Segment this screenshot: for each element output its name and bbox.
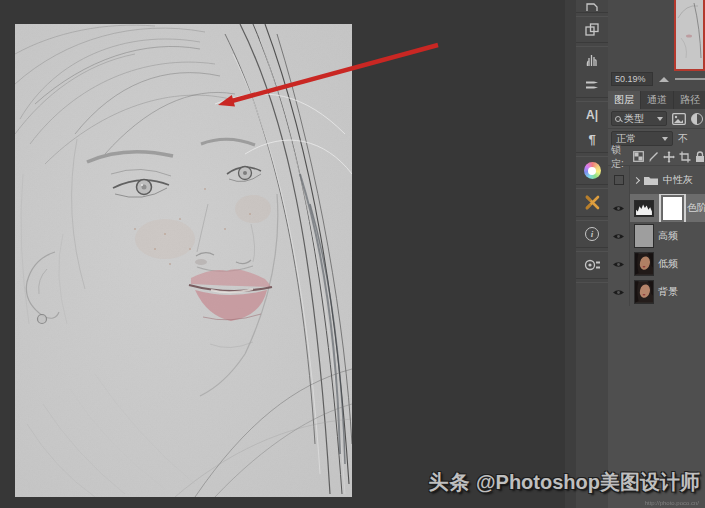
adjustment-filter-icon[interactable] (691, 113, 703, 125)
canvas-area (0, 0, 565, 508)
layer-row-group[interactable]: 中性灰 (608, 166, 705, 194)
layer-list: 中性灰 色阶 (608, 166, 705, 306)
watermark: 头条 @Photoshop美图设计师 (429, 469, 701, 496)
visibility-toggle[interactable] (608, 194, 630, 222)
panel-stack: 50.19% 图层 通道 路径 动作 类型 正常 (608, 0, 705, 508)
eye-icon (612, 232, 625, 241)
visibility-toggle[interactable] (608, 166, 630, 194)
layer-thumbnail-gray[interactable] (634, 224, 654, 248)
chevron-down-icon (662, 137, 668, 141)
tab-paths[interactable]: 路径 (674, 91, 705, 109)
eye-icon (612, 260, 625, 269)
layer-name: 中性灰 (663, 173, 693, 187)
lock-row: 锁定: (608, 148, 705, 166)
hand-gesture-icon[interactable] (576, 47, 608, 72)
lock-position-icon[interactable] (663, 151, 675, 163)
visibility-toggle[interactable] (608, 278, 630, 306)
dock-separator (576, 278, 608, 283)
search-icon (615, 116, 621, 122)
layer-thumbnail-portrait[interactable] (634, 252, 654, 276)
layer-filter-row: 类型 (608, 109, 705, 129)
brush-tools-icon[interactable] (576, 72, 608, 97)
chevron-down-icon (657, 117, 663, 121)
watermark-source-url: http://photo.poco.cn/ (645, 500, 699, 506)
layer-name: 低频 (658, 257, 678, 271)
watermark-badge: 头条 (429, 471, 471, 493)
pixel-filter-icon[interactable] (672, 113, 686, 125)
layer-name: 背景 (658, 285, 678, 299)
panel-tabbar: 图层 通道 路径 动作 (608, 91, 705, 109)
watermark-handle: @Photoshop美图设计师 (476, 471, 700, 493)
filter-kind-label: 类型 (624, 112, 644, 126)
navigator-bar: 50.19% (608, 71, 705, 87)
disclosure-chevron-icon[interactable] (633, 176, 640, 183)
layer-name: 高频 (658, 229, 678, 243)
navigator-thumbnail[interactable] (674, 0, 705, 71)
layer-name: 色阶 (687, 201, 705, 215)
opacity-label: 不 (678, 132, 688, 146)
levels-adjustment-thumbnail[interactable] (634, 200, 654, 217)
zoom-level-field[interactable]: 50.19% (611, 72, 653, 86)
eye-icon (612, 288, 625, 297)
crossed-brushes-icon[interactable] (576, 189, 608, 216)
document-image[interactable] (15, 24, 352, 497)
lock-artboard-icon[interactable] (679, 151, 691, 163)
layer-row-levels[interactable]: 色阶 (608, 194, 705, 222)
navigator-panel: 50.19% (608, 0, 705, 91)
tab-layers[interactable]: 图层 (608, 91, 641, 109)
annotations-icon[interactable] (576, 252, 608, 278)
info-icon[interactable]: i (576, 221, 608, 247)
visibility-toggle[interactable] (608, 222, 630, 250)
eye-icon (612, 204, 625, 213)
paragraph-panel-icon[interactable]: ¶ (576, 127, 608, 152)
color-wheel-icon[interactable] (576, 157, 608, 184)
folder-icon (643, 174, 659, 186)
layer-row-lowfreq[interactable]: 低频 (608, 250, 705, 278)
layer-row-highfreq[interactable]: 高频 (608, 222, 705, 250)
layer-row-background[interactable]: 背景 (608, 278, 705, 306)
lock-transparency-icon[interactable] (633, 151, 644, 162)
tab-channels[interactable]: 通道 (641, 91, 674, 109)
clipped-panel-icon[interactable] (576, 0, 608, 12)
panel-divider (565, 0, 576, 508)
zoom-slider[interactable] (675, 78, 705, 80)
layer-thumbnail-portrait[interactable] (634, 280, 654, 304)
visibility-empty-box (614, 175, 624, 185)
lock-paint-icon[interactable] (648, 151, 659, 162)
zoom-out-icon[interactable] (659, 77, 669, 82)
shapes-icon[interactable] (576, 17, 608, 42)
photoshop-window: A| ¶ i (0, 0, 705, 508)
highpass-portrait (15, 24, 352, 497)
visibility-toggle[interactable] (608, 250, 630, 278)
panel-dock: A| ¶ i (576, 0, 608, 508)
filter-kind-dropdown[interactable]: 类型 (611, 111, 667, 126)
character-panel-icon[interactable]: A| (576, 102, 608, 127)
layer-mask-thumbnail[interactable] (662, 196, 683, 221)
lock-all-icon[interactable] (695, 151, 705, 163)
